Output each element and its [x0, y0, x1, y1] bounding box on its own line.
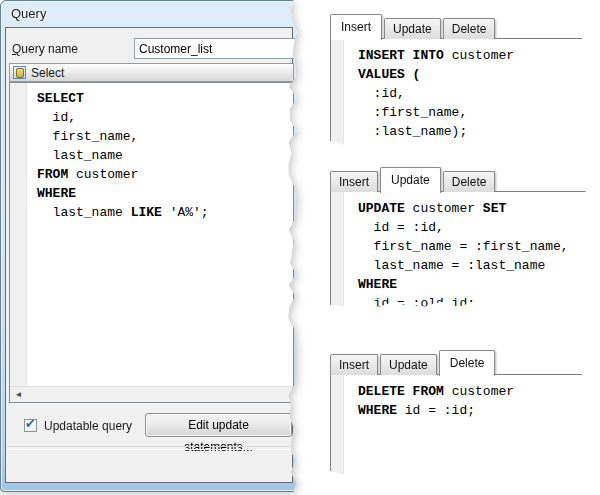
insert-panel-content: INSERT INTO customerVALUES ( :id, :first… — [330, 38, 588, 147]
delete-panel-content: DELETE FROM customerWHERE id = :id; — [330, 374, 588, 477]
tab-update[interactable]: Update — [380, 167, 441, 193]
code-line: last_name — [37, 146, 293, 165]
window-title: Query — [11, 1, 46, 27]
updatable-query-checkbox[interactable]: ✔ — [24, 419, 37, 432]
tab-insert[interactable]: Insert — [330, 171, 378, 192]
code-line: INSERT INTO customer — [358, 46, 587, 65]
delete-sql-code[interactable]: DELETE FROM customerWHERE id = :id; — [344, 375, 587, 476]
horizontal-scrollbar[interactable]: ◄ — [10, 386, 293, 402]
editor-gutter — [331, 39, 344, 146]
tab-delete[interactable]: Delete — [443, 171, 496, 192]
query-dialog-shadow: Query Query name Select SELECT id, first… — [0, 0, 300, 493]
code-line: first_name, — [37, 127, 293, 146]
tab-update[interactable]: Update — [380, 354, 437, 375]
code-line: last_name = :last_name — [358, 256, 587, 275]
code-line: SELECT — [37, 89, 293, 108]
code-line: id = :id, — [358, 218, 587, 237]
updatable-query-label[interactable]: Updatable query — [44, 417, 132, 435]
dialog-client-area: Query name Select SELECT id, first_name,… — [5, 27, 293, 483]
database-icon — [13, 66, 26, 79]
code-line: VALUES ( — [358, 65, 587, 84]
code-line: :first_name, — [358, 103, 587, 122]
code-line: :id, — [358, 84, 587, 103]
update-sql-code[interactable]: UPDATE customer SET id = :id, first_name… — [344, 192, 587, 310]
query-name-input[interactable] — [134, 38, 334, 59]
code-line: UPDATE customer SET — [358, 199, 587, 218]
tab-delete[interactable]: Delete — [443, 18, 496, 39]
titlebar[interactable]: Query — [1, 1, 297, 27]
editor-gutter — [331, 192, 344, 310]
editor-gutter — [331, 375, 344, 476]
code-line: FROM customer — [37, 165, 293, 184]
code-line: :last_name); — [358, 122, 587, 141]
insert-sql-code[interactable]: INSERT INTO customerVALUES ( :id, :first… — [344, 39, 587, 146]
tab-update[interactable]: Update — [384, 18, 441, 39]
sql-code[interactable]: SELECT id, first_name, last_nameFROM cus… — [27, 83, 293, 387]
footer-separator — [7, 446, 292, 450]
sql-editor[interactable]: SELECT id, first_name, last_nameFROM cus… — [9, 82, 294, 403]
query-dialog-window: Query Query name Select SELECT id, first… — [0, 0, 298, 492]
updatable-row: ✔ Updatable query Edit update statements… — [18, 414, 292, 440]
update-sql-panel: Insert Update Delete UPDATE customer SET… — [330, 166, 588, 311]
code-line: first_name = :first_name, — [358, 237, 587, 256]
insert-sql-panel: Insert Update Delete INSERT INTO custome… — [330, 13, 588, 147]
query-name-label: Query name — [12, 42, 78, 56]
code-line: WHERE — [37, 184, 293, 203]
code-line: WHERE id = :id; — [358, 401, 587, 420]
tab-insert[interactable]: Insert — [330, 14, 382, 40]
update-panel-content: UPDATE customer SET id = :id, first_name… — [330, 191, 588, 311]
code-line: DELETE FROM customer — [358, 382, 587, 401]
scroll-left-arrow-icon[interactable]: ◄ — [10, 387, 27, 402]
checkbox-check-icon: ✔ — [25, 416, 36, 431]
code-line: WHERE — [358, 275, 587, 294]
editor-gutter — [10, 83, 27, 387]
code-line: id = :old_id; — [358, 294, 587, 310]
delete-panel-tabbar: Insert Update Delete — [330, 349, 588, 375]
code-line: last_name LIKE 'A%'; — [37, 203, 293, 222]
tab-delete[interactable]: Delete — [439, 350, 496, 376]
edit-update-statements-button[interactable]: Edit update statements... — [145, 413, 292, 437]
select-section-header[interactable]: Select — [9, 63, 294, 82]
tab-insert[interactable]: Insert — [330, 354, 378, 375]
update-panel-tabbar: Insert Update Delete — [330, 166, 588, 192]
select-section-label: Select — [31, 66, 64, 80]
insert-panel-tabbar: Insert Update Delete — [330, 13, 588, 39]
code-line: id, — [37, 108, 293, 127]
delete-sql-panel: Insert Update Delete DELETE FROM custome… — [330, 349, 588, 477]
query-name-row: Query name — [12, 38, 292, 62]
